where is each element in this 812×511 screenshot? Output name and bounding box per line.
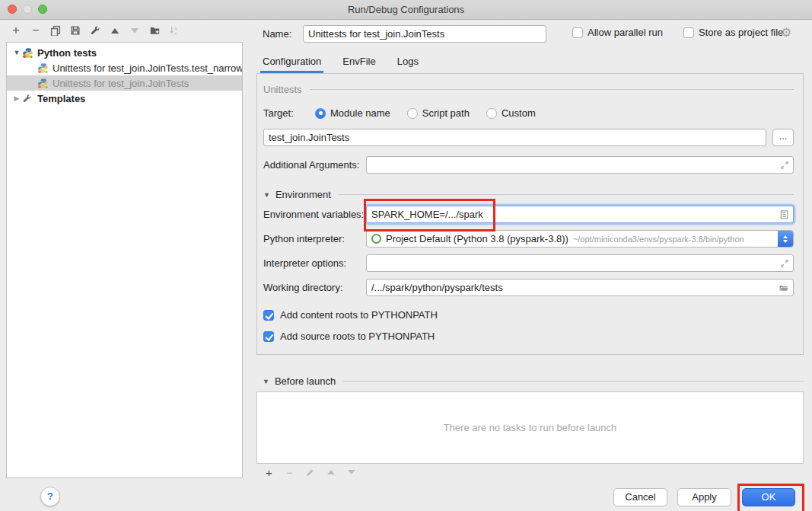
folder-plus-icon: [149, 25, 161, 36]
radio-script-path[interactable]: Script path: [407, 107, 470, 119]
add-source-roots-checkbox[interactable]: Add source roots to PYTHONPATH: [263, 331, 794, 342]
radio-selected-icon: [315, 108, 326, 119]
interpreter-options-input[interactable]: [366, 254, 794, 272]
edit-task-button[interactable]: [300, 465, 320, 479]
up-triangle-icon: [327, 470, 335, 474]
tab-logs[interactable]: Logs: [397, 52, 419, 73]
tab-envfile[interactable]: EnvFile: [342, 52, 375, 73]
tree-item-python-tests[interactable]: ▼ Python tests: [7, 45, 242, 60]
radio-label: Script path: [422, 107, 470, 119]
unittests-group-header: Unittests: [263, 84, 794, 95]
before-launch-task-list: There are no tasks to run before launch: [256, 391, 804, 464]
gear-icon[interactable]: ⚙: [781, 25, 791, 40]
interpreter-options-label: Interpreter options:: [263, 257, 366, 269]
cancel-button[interactable]: Cancel: [613, 488, 667, 506]
down-triangle-icon: [131, 28, 139, 34]
move-task-up-button[interactable]: [320, 465, 341, 479]
move-down-button[interactable]: [125, 22, 145, 39]
tree-item-templates[interactable]: ▶ Templates: [7, 91, 242, 106]
add-content-roots-checkbox[interactable]: Add content roots to PYTHONPATH: [263, 309, 794, 321]
move-up-button[interactable]: [105, 22, 125, 39]
browse-folder-icon[interactable]: [779, 283, 789, 292]
module-name-input[interactable]: test_join.JoinTests: [263, 129, 766, 146]
module-row: test_join.JoinTests ...: [263, 129, 794, 146]
down-triangle-icon: [348, 470, 355, 474]
store-as-project-file-label: Store as project file: [699, 27, 783, 38]
new-folder-button[interactable]: [145, 22, 164, 39]
additional-arguments-input[interactable]: [366, 156, 794, 174]
group-title: Unittests: [263, 84, 302, 95]
collapsed-disclosure-icon[interactable]: ▶: [11, 94, 22, 102]
tree-item-test-narrow[interactable]: Unittests for test_join.JoinTests.test_n…: [7, 60, 242, 75]
sort-configurations-button[interactable]: az: [164, 22, 184, 39]
radio-module-name[interactable]: Module name: [315, 107, 390, 119]
store-as-project-file-checkbox[interactable]: Store as project file: [683, 27, 783, 38]
tree-item-label: Python tests: [37, 47, 97, 59]
svg-text:z: z: [174, 30, 177, 36]
copy-configuration-button[interactable]: [46, 22, 65, 39]
configuration-pane: Unittests Target: Module name Script pat…: [256, 73, 804, 355]
conda-environment-icon: [371, 234, 381, 244]
radio-unselected-icon: [486, 108, 497, 119]
remove-task-button[interactable]: −: [279, 465, 300, 479]
working-directory-label: Working directory:: [263, 282, 366, 293]
checkbox-label: Add source roots to PYTHONPATH: [280, 331, 435, 342]
interpreter-value: Project Default (Python 3.8 (pyspark-3.8…: [386, 233, 568, 244]
wrench-icon: [90, 25, 100, 36]
radio-label: Module name: [330, 107, 390, 119]
help-button[interactable]: ?: [40, 487, 60, 506]
target-label: Target:: [263, 107, 306, 119]
run-debug-configurations-dialog: Run/Debug Configurations + − az ▼ Pyth: [0, 0, 812, 511]
interpreter-path: ~/opt/miniconda3/envs/pyspark-3.8/bin/py…: [573, 235, 775, 244]
working-directory-input[interactable]: /.../spark/python/pyspark/tests: [366, 279, 794, 296]
browse-variables-icon[interactable]: [779, 209, 789, 219]
working-directory-row: Working directory: /.../spark/python/pys…: [263, 279, 794, 296]
collapse-triangle-icon: ▼: [263, 191, 270, 199]
save-configuration-button[interactable]: [65, 22, 85, 39]
checkbox-unchecked-icon: [683, 27, 694, 38]
additional-arguments-label: Additional Arguments:: [263, 159, 366, 171]
ok-button[interactable]: OK: [742, 488, 795, 506]
expanded-disclosure-icon[interactable]: ▼: [11, 49, 22, 56]
tab-configuration[interactable]: Configuration: [263, 52, 321, 73]
python-tests-icon: [22, 47, 33, 59]
dropdown-chevrons-icon[interactable]: [778, 231, 793, 247]
configurations-toolbar: + − az: [6, 21, 184, 40]
environment-variables-label: Environment variables:: [263, 209, 366, 220]
additional-arguments-row: Additional Arguments:: [263, 156, 794, 174]
window-title: Run/Debug Configurations: [0, 0, 812, 19]
name-input[interactable]: Unittests for test_join.JoinTests: [303, 25, 546, 43]
radio-custom[interactable]: Custom: [486, 107, 536, 119]
browse-module-button[interactable]: ...: [772, 129, 794, 146]
pencil-icon: [305, 468, 315, 477]
before-launch-empty-text: There are no tasks to run before launch: [444, 422, 617, 433]
remove-configuration-button[interactable]: −: [26, 22, 46, 39]
templates-wrench-icon: [22, 93, 33, 104]
move-task-down-button[interactable]: [341, 465, 361, 479]
checkbox-unchecked-icon: [572, 27, 583, 38]
separator-line: [310, 89, 794, 90]
before-launch-title: Before launch: [275, 375, 336, 387]
environment-section-header[interactable]: ▼ Environment: [263, 189, 794, 200]
up-triangle-icon: [111, 28, 119, 34]
environment-variables-input[interactable]: SPARK_HOME=/.../spark: [366, 206, 794, 223]
checkbox-label: Add content roots to PYTHONPATH: [280, 309, 438, 321]
edit-templates-button[interactable]: [85, 22, 105, 39]
expand-field-icon[interactable]: [780, 161, 789, 170]
apply-button[interactable]: Apply: [677, 488, 731, 506]
before-launch-header[interactable]: ▼ Before launch: [263, 375, 804, 387]
add-configuration-button[interactable]: +: [6, 22, 26, 39]
interpreter-options-row: Interpreter options:: [263, 254, 794, 272]
save-icon: [70, 25, 81, 36]
add-task-button[interactable]: +: [259, 465, 279, 479]
python-interpreter-select[interactable]: Project Default (Python 3.8 (pyspark-3.8…: [366, 230, 794, 248]
python-interpreter-row: Python interpreter: Project Default (Pyt…: [263, 230, 794, 248]
tree-item-label: Unittests for test_join.JoinTests: [53, 78, 189, 89]
allow-parallel-run-label: Allow parallel run: [588, 27, 663, 38]
name-label: Name:: [263, 28, 291, 40]
environment-variables-row: Environment variables: SPARK_HOME=/.../s…: [263, 206, 794, 223]
environment-section-title: Environment: [275, 189, 331, 200]
tree-item-jointests-selected[interactable]: Unittests for test_join.JoinTests: [7, 75, 242, 91]
allow-parallel-run-checkbox[interactable]: Allow parallel run: [572, 27, 663, 38]
expand-field-icon[interactable]: [780, 259, 789, 268]
